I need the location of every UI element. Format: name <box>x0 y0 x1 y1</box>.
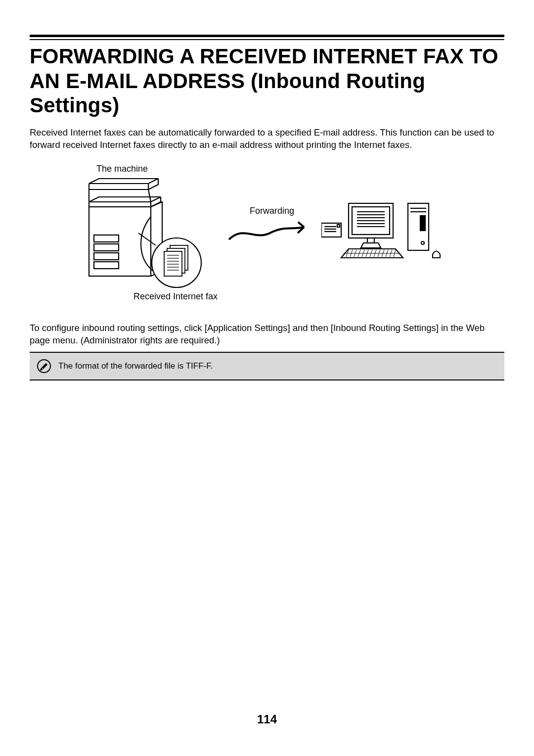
page-number: 114 <box>0 712 534 726</box>
note-box: The format of the forwarded file is TIFF… <box>30 352 504 380</box>
machine-label: The machine <box>96 164 148 174</box>
intro-paragraph: Received Internet faxes can be automatic… <box>30 127 504 151</box>
forwarding-arrow-icon <box>225 217 314 244</box>
svg-rect-31 <box>367 238 374 243</box>
svg-line-17 <box>138 233 156 245</box>
computer-icon <box>321 201 443 263</box>
top-double-rule <box>30 35 504 40</box>
svg-rect-22 <box>337 225 340 227</box>
svg-rect-3 <box>94 235 119 242</box>
svg-rect-35 <box>420 216 425 231</box>
connector-line <box>136 231 166 250</box>
config-paragraph: To configure inbound routing settings, c… <box>30 322 504 347</box>
received-label: Received Internet fax <box>134 291 218 302</box>
svg-rect-4 <box>94 244 119 251</box>
svg-rect-5 <box>94 253 119 260</box>
diagram: The machine Forwarding Received Internet… <box>30 164 504 312</box>
svg-rect-6 <box>94 262 119 269</box>
pencil-note-icon <box>37 359 51 374</box>
svg-line-1 <box>148 189 151 202</box>
svg-point-36 <box>421 241 424 244</box>
page-title: FORWARDING A RECEIVED INTERNET FAX TO AN… <box>30 44 504 118</box>
forwarding-label: Forwarding <box>250 206 294 216</box>
note-text: The format of the forwarded file is TIFF… <box>58 361 213 371</box>
